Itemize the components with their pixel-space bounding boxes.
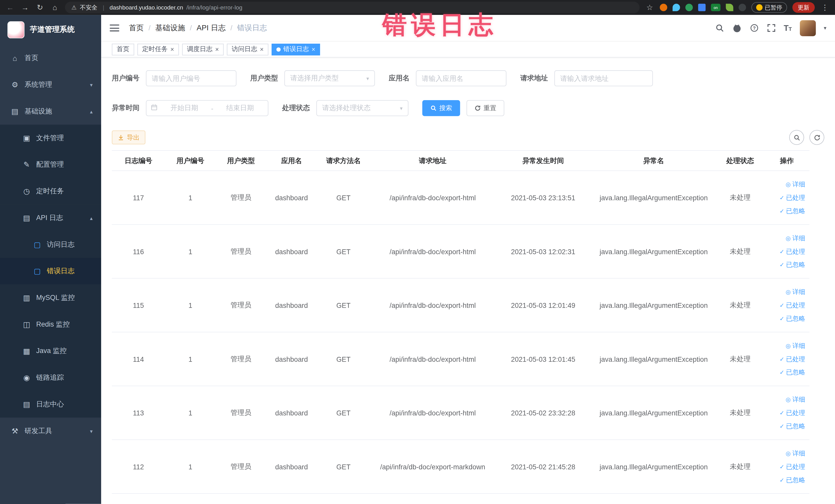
action-ignored-link[interactable]: ✓已忽略 bbox=[766, 473, 805, 486]
address-bar[interactable]: ⚠ 不安全 | dashboard.yudao.iocoder.cn/infra… bbox=[65, 2, 639, 13]
avatar[interactable] bbox=[800, 20, 816, 36]
sidebar-item-6[interactable]: ▤API 日志▴ bbox=[0, 205, 101, 231]
extension-icon-leaf[interactable] bbox=[726, 4, 733, 11]
column-header: 用户类型 bbox=[216, 150, 266, 171]
sidebar-item-3[interactable]: ▣文件管理 bbox=[0, 124, 101, 151]
fullscreen-icon[interactable] bbox=[767, 23, 776, 32]
sidebar-item-5[interactable]: ◷定时任务 bbox=[0, 178, 101, 205]
breadcrumb-separator: / bbox=[149, 24, 151, 32]
action-detail-link[interactable]: ◎详细 bbox=[766, 285, 805, 299]
hamburger-icon[interactable] bbox=[109, 24, 119, 31]
request-url-input[interactable] bbox=[554, 70, 653, 86]
action-processed-link[interactable]: ✓已处理 bbox=[766, 352, 805, 366]
navbar: 首页/基础设施/API 日志/错误日志 ? TT ▾ bbox=[101, 15, 835, 42]
sidebar-item-2[interactable]: ▤基础设施▴ bbox=[0, 98, 101, 125]
process-status-select[interactable]: 请选择处理状态▾ bbox=[316, 100, 408, 116]
action-detail-link[interactable]: ◎详细 bbox=[766, 339, 805, 352]
filter-row-2: 异常时间 开始日期 - 结束日期 处理状态 请选择处理状态▾ 搜索 bbox=[112, 100, 824, 116]
bookmark-star-icon[interactable]: ☆ bbox=[645, 3, 654, 12]
help-icon[interactable]: ? bbox=[750, 23, 758, 32]
sidebar-item-0[interactable]: ⌂首页 bbox=[0, 45, 101, 72]
chevron-down-icon: ▾ bbox=[366, 76, 369, 81]
sidebar-item-9[interactable]: ▥MySQL 监控 bbox=[0, 284, 101, 311]
sidebar-item-10[interactable]: ◫Redis 监控 bbox=[0, 311, 101, 338]
close-icon[interactable]: × bbox=[215, 46, 219, 53]
app: 芋道管理系统 ⌂首页⚙系统管理▾▤基础设施▴▣文件管理✎配置管理◷定时任务▤AP… bbox=[0, 15, 835, 504]
reload-icon[interactable]: ↻ bbox=[35, 3, 45, 12]
action-ignored-link[interactable]: ✓已忽略 bbox=[766, 366, 805, 379]
action-processed-link[interactable]: ✓已处理 bbox=[766, 245, 805, 258]
tab-3[interactable]: 访问日志× bbox=[227, 43, 268, 55]
sidebar-item-11[interactable]: ▦Java 监控 bbox=[0, 338, 101, 364]
tags-view: 首页定时任务×调度日志×访问日志×错误日志× bbox=[101, 42, 835, 58]
paused-extension-badge[interactable]: 已暂停 bbox=[751, 2, 787, 13]
action-ignored-link[interactable]: ✓已忽略 bbox=[766, 420, 805, 433]
tab-0[interactable]: 首页 bbox=[112, 43, 134, 55]
export-button[interactable]: 导出 bbox=[112, 130, 145, 144]
tab-2[interactable]: 调度日志× bbox=[182, 43, 224, 55]
eye-icon: ◎ bbox=[786, 178, 791, 191]
chrome-update-button[interactable]: 更新 bbox=[792, 2, 815, 13]
sidebar-item-7[interactable]: ▢访问日志 bbox=[0, 231, 101, 258]
close-icon[interactable]: × bbox=[260, 46, 264, 53]
action-ignored-link[interactable]: ✓已忽略 bbox=[766, 204, 805, 218]
action-detail-link[interactable]: ◎详细 bbox=[766, 393, 805, 406]
action-ignored-link[interactable]: ✓已忽略 bbox=[766, 312, 805, 325]
breadcrumb-item[interactable]: 基础设施 bbox=[155, 23, 185, 33]
app-name-label: 应用名 bbox=[389, 74, 409, 83]
log-center-icon: ▤ bbox=[22, 400, 31, 408]
sidebar-item-12[interactable]: ◉链路追踪 bbox=[0, 364, 101, 391]
reset-button[interactable]: 重置 bbox=[466, 100, 504, 116]
chevron-down-icon[interactable]: ▾ bbox=[824, 25, 826, 31]
sidebar-item-13[interactable]: ▤日志中心 bbox=[0, 391, 101, 418]
cell-id: 114 bbox=[112, 332, 165, 386]
refresh-button[interactable] bbox=[809, 130, 824, 145]
extension-icon-on-badge[interactable]: on bbox=[711, 4, 720, 11]
tab-label: 调度日志 bbox=[187, 45, 212, 54]
cell-time: 2021-05-02 23:32:28 bbox=[495, 386, 591, 440]
sidebar-item-8[interactable]: ▢错误日志 bbox=[0, 258, 101, 284]
extension-icon-grid[interactable] bbox=[698, 4, 706, 11]
tab-1[interactable]: 定时任务× bbox=[137, 43, 179, 55]
font-size-icon[interactable]: TT bbox=[784, 23, 792, 32]
user-id-input[interactable] bbox=[146, 70, 237, 86]
exception-time-range-picker[interactable]: 开始日期 - 结束日期 bbox=[146, 100, 268, 116]
action-processed-link[interactable]: ✓已处理 bbox=[766, 299, 805, 312]
search-icon[interactable] bbox=[715, 23, 724, 32]
sidebar-item-label: MySQL 监控 bbox=[36, 293, 75, 302]
toggle-search-button[interactable] bbox=[789, 130, 804, 145]
cell-method: GET bbox=[317, 171, 370, 225]
logo-row[interactable]: 芋道管理系统 bbox=[0, 15, 101, 45]
breadcrumb-item[interactable]: API 日志 bbox=[197, 23, 226, 33]
extension-icon-orange[interactable] bbox=[660, 4, 667, 11]
sidebar-item-1[interactable]: ⚙系统管理▾ bbox=[0, 72, 101, 98]
user-type-select[interactable]: 请选择用户类型▾ bbox=[284, 70, 375, 86]
action-processed-link[interactable]: ✓已处理 bbox=[766, 191, 805, 204]
app-name-input[interactable] bbox=[416, 70, 506, 86]
extension-icon-green[interactable] bbox=[685, 4, 693, 11]
search-button[interactable]: 搜索 bbox=[422, 100, 460, 116]
forward-icon[interactable]: → bbox=[20, 3, 30, 12]
close-icon[interactable]: × bbox=[170, 46, 174, 53]
close-icon[interactable]: × bbox=[312, 46, 315, 53]
action-ignored-link[interactable]: ✓已忽略 bbox=[766, 258, 805, 271]
action-processed-link[interactable]: ✓已处理 bbox=[766, 460, 805, 473]
action-detail-link[interactable]: ◎详细 bbox=[766, 447, 805, 460]
action-detail-link[interactable]: ◎详细 bbox=[766, 231, 805, 245]
extension-icon-blue-drop[interactable] bbox=[673, 4, 680, 11]
sidebar-item-4[interactable]: ✎配置管理 bbox=[0, 151, 101, 178]
content: 用户编号 用户类型 请选择用户类型▾ 应用名 请求地址 异常时间 开始日 bbox=[101, 58, 835, 494]
export-button-label: 导出 bbox=[127, 133, 140, 142]
action-detail-link[interactable]: ◎详细 bbox=[766, 178, 805, 191]
github-icon[interactable] bbox=[732, 23, 741, 33]
home-icon[interactable]: ⌂ bbox=[50, 3, 60, 12]
action-processed-link[interactable]: ✓已处理 bbox=[766, 406, 805, 420]
tab-4[interactable]: 错误日志× bbox=[271, 43, 320, 55]
chrome-menu-icon[interactable]: ⋮ bbox=[820, 3, 830, 12]
breadcrumb-item[interactable]: 首页 bbox=[129, 23, 144, 33]
action-label: 详细 bbox=[792, 178, 805, 191]
extension-icon-paw[interactable] bbox=[738, 4, 746, 11]
cell-exception: java.lang.IllegalArgumentException bbox=[591, 171, 716, 225]
back-icon[interactable]: ← bbox=[5, 3, 15, 12]
sidebar-item-14[interactable]: ⚒研发工具▾ bbox=[0, 418, 101, 444]
